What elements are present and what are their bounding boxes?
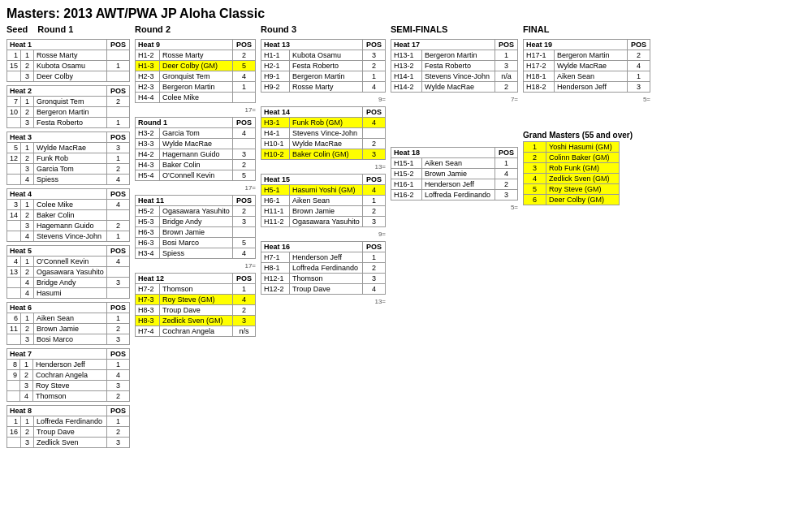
table-row: H2-1Festa Roberto2	[261, 61, 386, 71]
connector-5eq-sf: 5=	[391, 204, 518, 211]
heat13-table: Heat 13POS H1-1Kubota Osamu3 H2-1Festa R…	[261, 39, 386, 93]
connector-9eq: 17=	[135, 106, 256, 114]
table-row: H7-3Roy Steve (GM)4	[136, 295, 256, 305]
table-row: 61Aiken Sean1	[7, 313, 130, 324]
table-row: H13-2Festa Roberto3	[391, 61, 518, 71]
table-row: H5-4O'Connell Kevin5	[136, 170, 256, 181]
table-row: 3Roy Steve3	[7, 381, 130, 391]
table-row: H18-2Henderson Jeff3	[524, 82, 650, 93]
table-row: 3Festa Roberto1	[7, 118, 130, 128]
heat15-table: Heat 15POS H5-1Hasumi Yoshi (GM)4 H6-1Ai…	[261, 174, 386, 227]
table-row: 122Funk Rob1	[7, 153, 130, 164]
grandmasters-section: Grand Masters (55 and over) 1Yoshi Hasum…	[523, 131, 650, 205]
round1-header: Round 1	[37, 24, 73, 34]
table-row: 71Gronquist Tem2	[7, 97, 130, 107]
heat2-table: Heat 2POS 71Gronquist Tem2 102Bergeron M…	[6, 85, 130, 128]
table-row: H13-1Bergeron Martin1	[391, 50, 518, 61]
table-row: H7-1Henderson Jeff1	[261, 252, 386, 263]
table-row: H17-2Wylde MacRae4	[524, 61, 650, 71]
table-row: H8-1Loffreda Ferdinando2	[261, 263, 386, 274]
table-row: H2-3Gronquist Tem4	[136, 71, 256, 82]
table-row: 11Loffreda Ferdinando1	[7, 416, 130, 427]
heat1-table: Heat 1POS 11Rosse Marty 152Kubota Osamu1…	[6, 39, 130, 82]
heat11-table: Heat 11POS H5-2Ogasawara Yasuhito2 H5-3B…	[135, 195, 256, 259]
heat12-table: Heat 12POS H7-2Thomson1 H7-3Roy Steve (G…	[135, 273, 256, 337]
connector-7eq-sf: 7=	[391, 96, 518, 103]
round1-column: Seed Round 1 Heat 1POS 11Rosse Marty 152…	[6, 24, 130, 448]
page-title: Masters: 2013 AWT/PWA JP Aloha Classic	[6, 6, 806, 21]
table-row: 3Rob Funk (GM)	[524, 163, 620, 174]
heat16-table: Heat 16POS H7-1Henderson Jeff1 H8-1Loffr…	[261, 241, 386, 295]
table-row: 4Stevens Vince-John1	[7, 231, 130, 242]
table-row: H14-1Stevens Vince-Johnn/a	[391, 71, 518, 82]
table-row: 5Roy Steve (GM)	[524, 184, 620, 195]
table-row: H10-2Baker Colin (GM)3	[261, 149, 386, 160]
connector-13eq-r3-2: 13=	[261, 298, 386, 305]
heat19-table: Heat 19POS H17-1Bergeron Martin2 H17-2Wy…	[523, 39, 650, 93]
table-row: H9-1Bergeron Martin1	[261, 71, 386, 82]
table-row: 152Kubota Osamu1	[7, 61, 130, 71]
table-row: H16-1Henderson Jeff2	[391, 179, 518, 190]
heat2-label: Heat 2	[7, 86, 107, 97]
table-row: 142Baker Colin	[7, 210, 130, 221]
table-row: H2-3Bergeron Martin1	[136, 82, 256, 93]
table-row: H5-3Bridge Andy3	[136, 217, 256, 227]
table-row: 3Zedlick Sven3	[7, 438, 130, 448]
table-row: H8-3Zedlick Sven (GM)3	[136, 316, 256, 326]
table-row: 3Bosi Marco3	[7, 334, 130, 345]
table-row: 4Hasumi	[7, 288, 130, 299]
table-row: 4Zedlick Sven (GM)	[524, 174, 620, 184]
heat5-table: Heat 5POS 41O'Connell Kevin4 132Ogasawar…	[6, 245, 130, 299]
table-row: 3Garcia Tom2	[7, 164, 130, 175]
table-row: H15-2Brown Jamie4	[391, 169, 518, 179]
table-row: H3-3Wylde MacRae	[136, 139, 256, 149]
table-row: H4-3Baker Colin2	[136, 160, 256, 170]
heat7-table: Heat 7POS 81Henderson Jeff1 92Cochran An…	[6, 348, 130, 402]
table-row: H4-2Hagemann Guido3	[136, 149, 256, 160]
table-row: 31Colee Mike4	[7, 200, 130, 210]
table-row: H3-1Funk Rob (GM)4	[261, 118, 386, 128]
table-row: 3Deer Colby	[7, 71, 130, 82]
final-header: FINAL	[523, 24, 650, 34]
table-row: H6-3Brown Jamie	[136, 227, 256, 238]
table-row: H1-3Deer Colby (GM)5	[136, 61, 256, 71]
table-row: 4Bridge Andy3	[7, 278, 130, 288]
round3-header: Round 3	[261, 24, 386, 34]
table-row: 1Yoshi Hasumi (GM)	[524, 142, 620, 153]
table-row: H16-2Loffreda Ferdinando3	[391, 190, 518, 200]
table-row: H12-1Thomson3	[261, 274, 386, 284]
table-row: 132Ogasawara Yasuhito	[7, 267, 130, 278]
table-row: 112Brown Jamie2	[7, 324, 130, 334]
connector-9eq-r3: 9=	[261, 96, 386, 103]
heat3-table: Heat 3POS 51Wylde MacRae3 122Funk Rob1 3…	[6, 132, 130, 185]
round2-header: Round 2	[135, 24, 256, 34]
table-row: H7-2Thomson1	[136, 284, 256, 295]
final-column: FINAL Heat 19POS H17-1Bergeron Martin2 H…	[523, 24, 650, 205]
table-row: H6-3Bosi Marco5	[136, 238, 256, 248]
table-row: H7-4Cochran Angelan/s	[136, 326, 256, 337]
heat1-label: Heat 1	[7, 40, 107, 50]
table-row: 162Troup Dave2	[7, 427, 130, 438]
gm-title: Grand Masters (55 and over)	[523, 131, 650, 140]
seed-header: Seed	[6, 24, 28, 34]
heat1-pos-header: POS	[107, 40, 130, 50]
table-row: 81Henderson Jeff1	[7, 360, 130, 370]
table-row: H1-2Rosse Marty2	[136, 50, 256, 61]
connector-9eq-r3-2: 9=	[261, 231, 386, 238]
table-row: 92Cochran Angela4	[7, 370, 130, 381]
table-row: H17-1Bergeron Martin2	[524, 50, 650, 61]
table-row: H5-1Hasumi Yoshi (GM)4	[261, 185, 386, 196]
round3-column: Round 3 Heat 13POS H1-1Kubota Osamu3 H2-…	[261, 24, 386, 305]
table-row: 6Deer Colby (GM)	[524, 195, 620, 205]
table-row: 4Thomson2	[7, 391, 130, 402]
table-row: H9-2Rosse Marty4	[261, 82, 386, 93]
table-row: H6-1Aiken Sean1	[261, 196, 386, 206]
table-row: H8-3Troup Dave2	[136, 305, 256, 316]
table-row: 11Rosse Marty	[7, 50, 130, 61]
table-row: H3-4Spiess4	[136, 248, 256, 259]
heat17-table: Heat 17POS H13-1Bergeron Martin1 H13-2Fe…	[391, 39, 518, 93]
table-row: 2Colinn Baker (GM)	[524, 153, 620, 163]
semifinals-column: SEMI-FINALS Heat 17POS H13-1Bergeron Mar…	[391, 24, 518, 211]
connector-13eq-r3: 13=	[261, 163, 386, 170]
table-row: H10-1Wylde MacRae2	[261, 139, 386, 149]
